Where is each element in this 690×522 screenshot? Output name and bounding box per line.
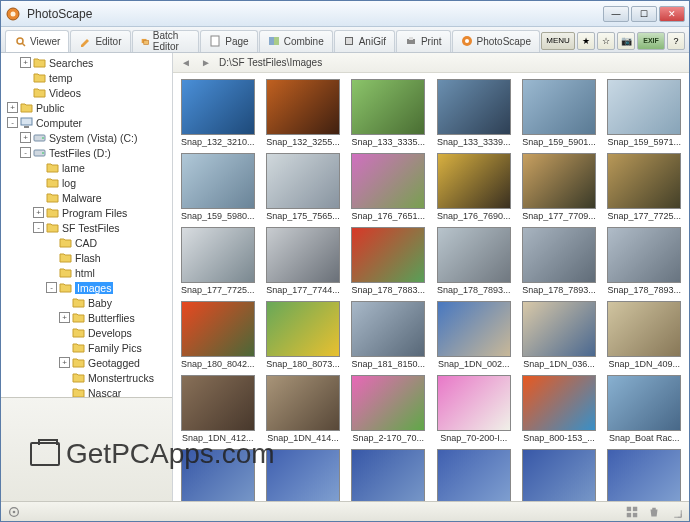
- tree-node[interactable]: -SF TestFiles: [1, 220, 172, 235]
- tree-node[interactable]: -Computer: [1, 115, 172, 130]
- tab-combine[interactable]: Combine: [259, 30, 333, 52]
- tree-expander-icon[interactable]: +: [59, 357, 70, 368]
- tree-node[interactable]: Malware: [1, 190, 172, 205]
- tree-node[interactable]: Nascar: [1, 385, 172, 397]
- tree-node[interactable]: +Public: [1, 100, 172, 115]
- maximize-button[interactable]: ☐: [631, 6, 657, 22]
- tree-expander-icon[interactable]: +: [33, 207, 44, 218]
- thumbnail[interactable]: Snap_178_7893...: [604, 227, 685, 295]
- thumbnail-image: [522, 375, 596, 431]
- tree-node[interactable]: -TestFiles (D:): [1, 145, 172, 160]
- tree-node[interactable]: +Butterflies: [1, 310, 172, 325]
- thumbnail-image: [351, 449, 425, 501]
- thumbnail[interactable]: [604, 449, 685, 501]
- tree-node[interactable]: -Images: [1, 280, 172, 295]
- thumbnail[interactable]: Snap_178_7893...: [518, 227, 599, 295]
- tab-batch-editor[interactable]: Batch Editor: [132, 30, 200, 52]
- tree-node[interactable]: +Program Files: [1, 205, 172, 220]
- thumbnail[interactable]: Snap_1DN_036...: [518, 301, 599, 369]
- tree-node[interactable]: html: [1, 265, 172, 280]
- tree-expander-icon[interactable]: -: [33, 222, 44, 233]
- menu-button[interactable]: MENU: [541, 32, 575, 50]
- camera-icon[interactable]: 📷: [617, 32, 635, 50]
- folder-icon: [72, 372, 85, 383]
- tree-node[interactable]: +Geotagged: [1, 355, 172, 370]
- tree-node[interactable]: Monstertrucks: [1, 370, 172, 385]
- thumbnail[interactable]: Snap_1DN_002...: [433, 301, 514, 369]
- close-button[interactable]: ✕: [659, 6, 685, 22]
- thumbnail[interactable]: Snap_178_7883...: [348, 227, 429, 295]
- tab-photoscape[interactable]: PhotoScape: [452, 30, 541, 52]
- thumbnail[interactable]: Snap_132_3255...: [262, 79, 343, 147]
- nav-back-icon[interactable]: ◄: [179, 56, 193, 70]
- thumbnail[interactable]: [433, 449, 514, 501]
- thumbnail[interactable]: Snap_176_7651...: [348, 153, 429, 221]
- thumbnail[interactable]: Snap_180_8042...: [177, 301, 258, 369]
- star-icon[interactable]: ★: [577, 32, 595, 50]
- tree-expander-icon[interactable]: -: [7, 117, 18, 128]
- settings-icon[interactable]: [7, 505, 21, 519]
- thumbnail[interactable]: Snap_1DN_414...: [262, 375, 343, 443]
- tree-node[interactable]: lame: [1, 160, 172, 175]
- help-icon[interactable]: ?: [667, 32, 685, 50]
- thumbnail[interactable]: Snap_2-170_70...: [348, 375, 429, 443]
- thumbnail[interactable]: [518, 449, 599, 501]
- thumbnail[interactable]: Snap_175_7565...: [262, 153, 343, 221]
- thumbnail[interactable]: [177, 449, 258, 501]
- tree-node[interactable]: CAD: [1, 235, 172, 250]
- tab-page[interactable]: Page: [200, 30, 257, 52]
- thumbnail[interactable]: Snap_159_5901...: [518, 79, 599, 147]
- tree-expander-icon[interactable]: +: [7, 102, 18, 113]
- tab-viewer[interactable]: Viewer: [5, 30, 69, 52]
- thumbnail[interactable]: Snap_70-200-I...: [433, 375, 514, 443]
- tree-node[interactable]: Family Pics: [1, 340, 172, 355]
- thumbnail[interactable]: [262, 449, 343, 501]
- thumbnail-caption: Snap_177_7725...: [608, 211, 682, 221]
- minimize-button[interactable]: ―: [603, 6, 629, 22]
- tree-node[interactable]: +System (Vista) (C:): [1, 130, 172, 145]
- exif-badge[interactable]: EXIF: [637, 32, 665, 50]
- thumbnail[interactable]: Snap_177_7725...: [604, 153, 685, 221]
- thumbnail[interactable]: Snap_159_5980...: [177, 153, 258, 221]
- thumbnail[interactable]: Snap_133_3335...: [348, 79, 429, 147]
- thumbnail[interactable]: Snap_800-153_...: [518, 375, 599, 443]
- thumbnail[interactable]: Snap_177_7744...: [262, 227, 343, 295]
- tree-node[interactable]: +Searches: [1, 55, 172, 70]
- thumbnail-caption: Snap_181_8150...: [352, 359, 426, 369]
- tree-expander-icon[interactable]: -: [46, 282, 57, 293]
- tree-node[interactable]: Flash: [1, 250, 172, 265]
- thumbnail[interactable]: Snap_133_3339...: [433, 79, 514, 147]
- thumbnail[interactable]: Snap_176_7690...: [433, 153, 514, 221]
- thumbnail[interactable]: Snap_178_7893...: [433, 227, 514, 295]
- folder-tree[interactable]: +SearchestempVideos+Public-Computer+Syst…: [1, 53, 172, 397]
- thumbnail[interactable]: Snap_177_7709...: [518, 153, 599, 221]
- tree-node[interactable]: Develops: [1, 325, 172, 340]
- trash-icon[interactable]: [647, 505, 661, 519]
- star-outline-icon[interactable]: ☆: [597, 32, 615, 50]
- thumbnail[interactable]: Snap_1DN_409...: [604, 301, 685, 369]
- thumbnail[interactable]: [348, 449, 429, 501]
- grid-view-icon[interactable]: [625, 505, 639, 519]
- thumbnail[interactable]: Snap_181_8150...: [348, 301, 429, 369]
- thumbnail[interactable]: Snap_132_3210...: [177, 79, 258, 147]
- thumbnail[interactable]: Snap_159_5971...: [604, 79, 685, 147]
- tree-expander-icon[interactable]: +: [59, 312, 70, 323]
- tree-expander-icon[interactable]: +: [20, 132, 31, 143]
- tab-anigif[interactable]: AniGif: [334, 30, 395, 52]
- thumbnail-scroll[interactable]: Snap_132_3210...Snap_132_3255...Snap_133…: [173, 73, 689, 501]
- thumbnail-image: [181, 227, 255, 283]
- thumbnail[interactable]: Snap_177_7725...: [177, 227, 258, 295]
- tree-expander-icon[interactable]: +: [20, 57, 31, 68]
- thumbnail[interactable]: Snap_180_8073...: [262, 301, 343, 369]
- thumbnail[interactable]: Snap_Boat Rac...: [604, 375, 685, 443]
- tree-expander-icon[interactable]: -: [20, 147, 31, 158]
- resize-grip-icon[interactable]: [669, 505, 683, 519]
- tab-print[interactable]: Print: [396, 30, 451, 52]
- tab-editor[interactable]: Editor: [70, 30, 130, 52]
- thumbnail[interactable]: Snap_1DN_412...: [177, 375, 258, 443]
- tree-node[interactable]: Baby: [1, 295, 172, 310]
- tree-node[interactable]: Videos: [1, 85, 172, 100]
- tree-node[interactable]: log: [1, 175, 172, 190]
- nav-forward-icon[interactable]: ►: [199, 56, 213, 70]
- tree-node[interactable]: temp: [1, 70, 172, 85]
